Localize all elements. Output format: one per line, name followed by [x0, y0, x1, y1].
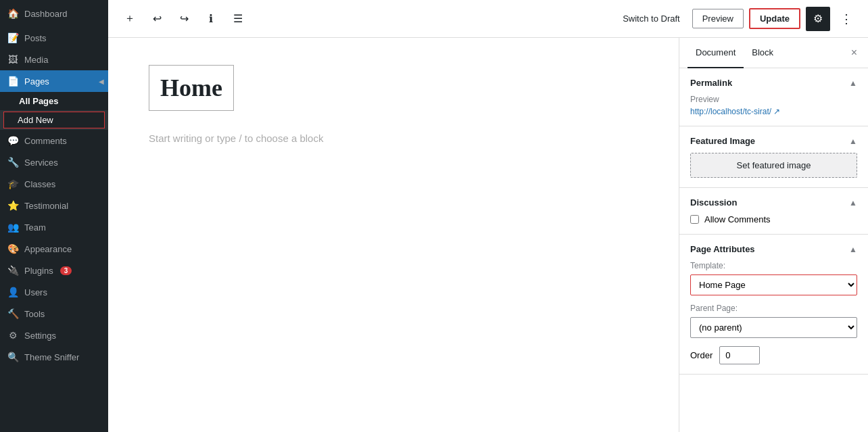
undo-button[interactable]: ↩ [146, 8, 168, 30]
dashboard-icon: 🏠 [7, 8, 19, 19]
posts-icon: 📝 [7, 32, 19, 43]
sidebar-services-label: Services [24, 158, 58, 168]
parent-page-label: Parent Page: [690, 304, 857, 313]
tab-document[interactable]: Document [688, 38, 744, 68]
sidebar-tools-label: Tools [24, 309, 45, 319]
pages-arrow-icon: ◀ [99, 78, 104, 85]
permalink-header[interactable]: Permalink ▲ [690, 78, 857, 88]
featured-image-header[interactable]: Featured Image ▲ [690, 136, 857, 146]
sidebar-item-settings[interactable]: ⚙ Settings [0, 325, 108, 346]
permalink-url[interactable]: http://localhost/tc-sirat/ ↗ [690, 107, 857, 116]
order-label: Order [690, 350, 713, 360]
page-attributes-chevron-icon: ▲ [849, 245, 857, 254]
editor-area: Home Start writing or type / to choose a… [108, 38, 868, 432]
sidebar-media-label: Media [24, 55, 48, 65]
classes-icon: 🎓 [7, 178, 19, 189]
order-input[interactable] [719, 346, 760, 364]
sidebar-item-pages[interactable]: 📄 Pages ◀ [0, 70, 108, 92]
editor-placeholder[interactable]: Start writing or type / to choose a bloc… [149, 133, 638, 144]
comments-icon: 💬 [7, 135, 19, 146]
sidebar-item-services[interactable]: 🔧 Services [0, 151, 108, 173]
template-label: Template: [690, 261, 857, 270]
sidebar-posts-label: Posts [24, 33, 47, 43]
switch-to-draft-button[interactable]: Switch to Draft [616, 9, 687, 28]
parent-page-select[interactable]: (no parent) [690, 317, 857, 338]
appearance-icon: 🎨 [7, 243, 19, 254]
list-view-button[interactable]: ☰ [227, 8, 249, 30]
allow-comments-checkbox[interactable] [690, 215, 699, 224]
sidebar-item-posts[interactable]: 📝 Posts [0, 27, 108, 49]
discussion-title: Discussion [690, 197, 737, 208]
sidebar-pages-label: Pages [24, 76, 49, 87]
redo-button[interactable]: ↪ [173, 8, 195, 30]
info-icon: ℹ [209, 12, 213, 25]
pages-icon: 📄 [7, 76, 19, 87]
team-icon: 👥 [7, 222, 19, 233]
set-featured-image-button[interactable]: Set featured image [690, 153, 857, 178]
panel-close-button[interactable]: × [848, 44, 860, 62]
permalink-title: Permalink [690, 78, 732, 88]
sidebar-dashboard-item[interactable]: 🏠 Dashboard [0, 0, 108, 27]
page-title-block[interactable]: Home [149, 65, 234, 111]
submenu-all-pages[interactable]: All Pages [0, 92, 108, 110]
editor-toolbar: ＋ ↩ ↪ ℹ ☰ Switch to Draft Preview Update… [108, 0, 868, 38]
sidebar-comments-label: Comments [24, 136, 67, 146]
featured-image-section: Featured Image ▲ Set featured image [679, 126, 868, 188]
sidebar-item-comments[interactable]: 💬 Comments [0, 130, 108, 151]
external-link-icon: ↗ [773, 107, 780, 116]
permalink-preview-label: Preview [690, 95, 857, 104]
sidebar-item-plugins[interactable]: 🔌 Plugins 3 [0, 260, 108, 281]
page-attributes-section: Page Attributes ▲ Template: Home Page De… [679, 235, 868, 375]
page-attributes-header[interactable]: Page Attributes ▲ [690, 244, 857, 254]
info-button[interactable]: ℹ [200, 8, 222, 30]
sidebar-settings-label: Settings [24, 331, 56, 341]
sidebar-item-team[interactable]: 👥 Team [0, 216, 108, 238]
order-row: Order [690, 346, 857, 364]
settings-sidebar-icon: ⚙ [7, 330, 19, 341]
redo-icon: ↪ [180, 12, 189, 25]
sidebar-item-appearance[interactable]: 🎨 Appearance [0, 238, 108, 260]
discussion-header[interactable]: Discussion ▲ [690, 197, 857, 208]
sidebar-item-classes[interactable]: 🎓 Classes [0, 173, 108, 195]
more-options-button[interactable]: ⋮ [836, 8, 857, 30]
sidebar-plugins-label: Plugins [24, 266, 53, 276]
featured-image-chevron-icon: ▲ [849, 137, 857, 146]
sidebar-item-testimonial[interactable]: ⭐ Testimonial [0, 195, 108, 216]
sidebar-appearance-label: Appearance [24, 244, 72, 254]
page-title[interactable]: Home [160, 74, 222, 101]
toolbar-right: Switch to Draft Preview Update ⚙ ⋮ [616, 7, 857, 31]
sidebar-item-tools[interactable]: 🔨 Tools [0, 303, 108, 325]
allow-comments-label[interactable]: Allow Comments [704, 214, 771, 224]
testimonial-icon: ⭐ [7, 200, 19, 211]
sidebar-item-theme-sniffer[interactable]: 🔍 Theme Sniffer [0, 346, 108, 368]
services-icon: 🔧 [7, 157, 19, 168]
tab-block[interactable]: Block [744, 38, 781, 68]
panel-tabs: Document Block × [679, 38, 868, 68]
update-button[interactable]: Update [749, 8, 800, 29]
users-icon: 👤 [7, 287, 19, 297]
right-panel: Document Block × Permalink ▲ Preview htt… [679, 38, 868, 432]
sidebar: 🏠 Dashboard 📝 Posts 🖼 Media 📄 Pages ◀ Al… [0, 0, 108, 432]
settings-button[interactable]: ⚙ [806, 7, 830, 31]
sidebar-item-users[interactable]: 👤 Users [0, 281, 108, 303]
main-area: ＋ ↩ ↪ ℹ ☰ Switch to Draft Preview Update… [108, 0, 868, 432]
add-block-button[interactable]: ＋ [119, 8, 141, 30]
plugins-badge: 3 [60, 266, 72, 275]
sidebar-item-media[interactable]: 🖼 Media [0, 49, 108, 70]
tools-icon: 🔨 [7, 308, 19, 319]
page-attributes-title: Page Attributes [690, 244, 755, 254]
add-icon: ＋ [124, 11, 135, 26]
sidebar-team-label: Team [24, 222, 46, 233]
sidebar-testimonial-label: Testimonial [24, 201, 68, 211]
submenu-add-new[interactable]: Add New [3, 112, 105, 128]
more-dots-icon: ⋮ [840, 11, 852, 26]
editor-content[interactable]: Home Start writing or type / to choose a… [108, 38, 679, 432]
theme-sniffer-icon: 🔍 [7, 352, 19, 362]
plugins-icon: 🔌 [7, 265, 19, 276]
undo-icon: ↩ [153, 12, 162, 25]
sidebar-users-label: Users [24, 287, 47, 297]
sidebar-theme-sniffer-label: Theme Sniffer [24, 352, 79, 362]
preview-button[interactable]: Preview [692, 9, 744, 28]
template-select[interactable]: Home Page Default Template Full Width [690, 274, 857, 295]
permalink-section: Permalink ▲ Preview http://localhost/tc-… [679, 68, 868, 126]
